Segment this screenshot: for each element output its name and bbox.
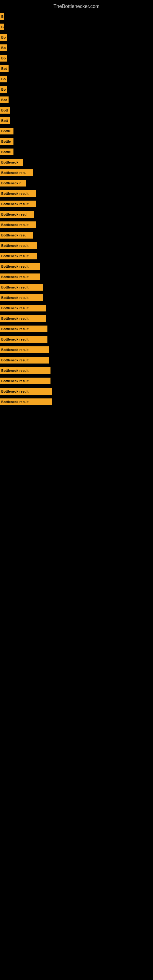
bar-row: Bo [0,43,153,52]
bar-label: Bottleneck result [1,327,29,331]
bar-row: Bo [0,75,153,83]
bar-row: Bo [0,85,153,94]
bar-row: Bottleneck result [0,252,153,260]
bar-row: B [0,23,153,31]
bar-label: Bottleneck result [1,223,29,227]
bar-item: Bottleneck result [0,284,43,291]
bar-label: Bo [1,46,6,49]
bar-item: Bottleneck result [0,242,37,249]
bar-row: Bottle [0,148,153,156]
bar-label: Bottleneck resul [1,213,27,216]
bar-label: Bottleneck result [1,244,29,247]
bar-item: Bo [0,55,7,62]
bar-label: Bo [1,88,6,91]
bar-row: Bot [0,95,153,104]
bar-row: Bottleneck result [0,304,153,312]
bar-item: Bottleneck result [0,294,43,301]
bar-row: Bottleneck result [0,200,153,208]
bar-item: Bottleneck result [0,190,36,197]
bar-item: Bottleneck result [0,378,51,384]
bar-label: Bottleneck result [1,317,29,320]
bar-row: Bottleneck result [0,387,153,396]
bar-item: Bottleneck result [0,346,49,353]
bar-label: Bottleneck result [1,369,29,372]
bar-row: Bottleneck r [0,179,153,188]
bar-item: Bottleneck result [0,336,48,343]
bar-item: Bottleneck result [0,367,51,374]
bar-label: Bottleneck resu [1,233,27,237]
bar-row: B [0,12,153,21]
bar-item: Bottleneck result [0,388,52,395]
bar-item: Bo [0,76,7,83]
bar-row: Bottleneck result [0,189,153,198]
bar-row: Bottleneck result [0,241,153,250]
bar-label: Bot [1,98,7,102]
bar-label: Bo [1,35,6,39]
bar-label: Bott [1,108,8,112]
bar-label: Bottle [1,140,11,143]
bar-label: Bottleneck result [1,254,29,258]
bar-item: Bott [0,107,10,114]
bar-item: Bottleneck result [0,315,46,322]
bar-row: Bottleneck result [0,398,153,406]
bar-row: Bottleneck result [0,345,153,354]
bar-item: Bottleneck result [0,263,40,270]
bar-item: Bottleneck result [0,326,48,332]
bar-row: Bottleneck result [0,283,153,291]
bar-label: Bottleneck resu [1,171,27,175]
bar-row: Bottle [0,127,153,135]
bar-row: Bottleneck result [0,293,153,302]
bar-item: Bottleneck result [0,398,52,405]
bar-item: Bottleneck result [0,305,46,312]
bar-label: Bottleneck result [1,379,29,383]
bar-label: Bottleneck result [1,275,29,279]
bar-item: Bottleneck r [0,180,26,186]
bar-row: Bottleneck result [0,366,153,375]
bar-row: Bottleneck result [0,335,153,344]
bar-label: Bottleneck result [1,348,29,352]
bar-item: Bot [0,65,9,72]
bar-label: Bottleneck result [1,390,29,393]
bar-item: Bott [0,117,10,124]
bar-label: B [1,15,4,18]
bar-row: Bottleneck resu [0,169,153,177]
bar-item: Bottleneck result [0,274,40,280]
bar-label: Bottleneck result [1,192,29,196]
bar-row: Bottleneck [0,158,153,167]
bar-item: Bottle [0,138,13,145]
bar-row: Bottleneck result [0,377,153,385]
bar-label: Bottleneck r [1,181,21,185]
bar-item: Bottleneck resul [0,211,34,218]
bar-label: Bottleneck result [1,202,29,206]
bar-item: Bo [0,34,7,41]
bar-item: Bo [0,45,7,51]
bar-row: Bo [0,33,153,41]
bar-item: Bottleneck result [0,253,37,259]
bar-item: Bo [0,86,7,93]
bar-row: Bottleneck result [0,356,153,364]
bar-row: Bottleneck result [0,325,153,333]
bar-row: Bottleneck resu [0,231,153,240]
bar-row: Bottleneck resul [0,210,153,219]
bar-row: Bottleneck result [0,272,153,281]
bar-item: Bottleneck resu [0,232,33,239]
bar-row: Bott [0,116,153,125]
bar-label: Bottleneck result [1,306,29,310]
bar-item: Bottle [0,128,13,134]
bars-container: BBBoBoBoBotBoBoBotBottBottBottleBottleBo… [0,9,153,411]
bar-label: Bo [1,56,6,60]
bar-item: B [0,24,4,30]
bar-label: Bottleneck result [1,285,29,289]
bar-row: Bottle [0,137,153,146]
bar-label: Bottleneck result [1,265,29,268]
bar-label: Bottleneck [1,161,18,164]
bar-label: Bottleneck result [1,400,29,404]
bar-row: Bo [0,54,153,62]
bar-item: Bot [0,97,9,103]
bar-item: Bottleneck result [0,221,36,228]
bar-label: Bo [1,77,6,81]
bar-label: Bottle [1,150,11,154]
bar-item: Bottleneck result [0,200,36,207]
bar-label: Bot [1,67,7,70]
bar-item: Bottleneck result [0,357,49,364]
